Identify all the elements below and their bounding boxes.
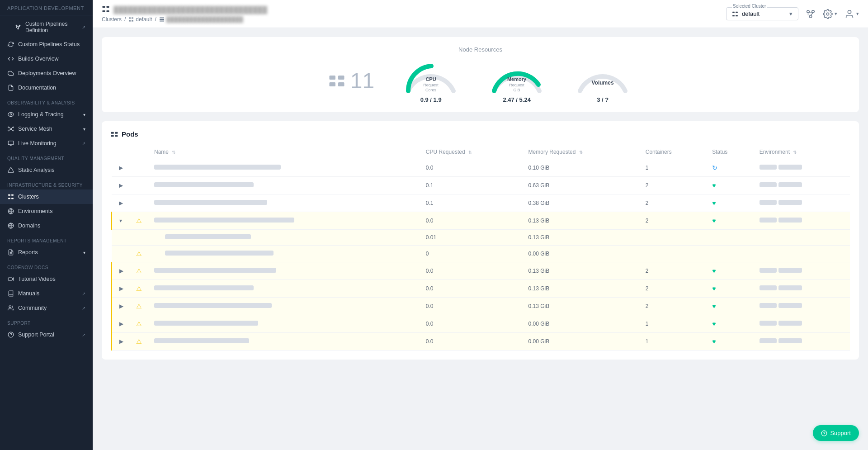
col-warning xyxy=(131,145,149,159)
video-icon xyxy=(7,275,14,283)
status-cell: ♥ xyxy=(707,212,754,230)
sidebar-item-reports[interactable]: Reports ▾ xyxy=(0,245,93,260)
breadcrumb-default[interactable]: default xyxy=(128,16,152,23)
expand-cell[interactable]: ▶ xyxy=(112,298,131,315)
settings-btn[interactable]: ▾ xyxy=(823,9,837,19)
col-memory[interactable]: Memory Requested ⇅ xyxy=(523,145,640,159)
sidebar-item-tutorial-videos[interactable]: Tutorial Videos xyxy=(0,272,93,286)
svg-rect-43 xyxy=(160,19,164,20)
svg-rect-71 xyxy=(115,135,118,137)
containers-cell: 1 xyxy=(640,315,707,333)
expand-button[interactable]: ▶ xyxy=(117,181,125,189)
status-cell: ♥ xyxy=(707,333,754,351)
sidebar-item-static-analysis[interactable]: Static Analysis xyxy=(0,163,93,177)
warning-icon: ⚠ xyxy=(136,217,142,224)
cloud-icon xyxy=(7,70,14,77)
report-icon xyxy=(7,249,14,256)
warning-cell: ⚠ xyxy=(131,298,149,315)
sidebar-item-label: Builds Overview xyxy=(18,56,59,62)
cluster-selector[interactable]: Selected Cluster default ▾ xyxy=(726,7,798,20)
expand-cell[interactable] xyxy=(112,246,131,262)
cpu-cell: 0.0 xyxy=(420,280,523,298)
svg-rect-41 xyxy=(132,20,133,22)
expand-button[interactable]: ▶ xyxy=(118,337,125,346)
table-row: ▶⚠0.00.00 GiB1♥ xyxy=(112,333,850,351)
svg-rect-38 xyxy=(129,18,131,19)
git-nav-btn[interactable] xyxy=(806,9,816,19)
main-content: ████████████████████████████████ Cluster… xyxy=(93,0,868,450)
col-environment[interactable]: Environment ⇅ xyxy=(754,145,850,159)
table-row: ▶⚠0.00.13 GiB2♥ xyxy=(112,262,850,280)
sidebar-item-custom-pipelines-def[interactable]: Custom PipelinesDefinition ↗ xyxy=(0,17,93,37)
svg-line-15 xyxy=(11,129,13,130)
expand-button[interactable]: ▶ xyxy=(118,267,125,275)
svg-text:CPU: CPU xyxy=(426,76,436,82)
status-cell: ♥ xyxy=(707,315,754,333)
svg-line-14 xyxy=(9,129,10,130)
expand-button[interactable]: ▶ xyxy=(118,320,125,328)
expand-cell[interactable]: ▶ xyxy=(112,194,131,212)
cluster-dropdown-icon: ▾ xyxy=(789,10,793,17)
sidebar-item-live-monitoring[interactable]: Live Monitoring ↗ xyxy=(0,136,93,151)
sidebar-item-clusters[interactable]: Clusters xyxy=(0,189,93,204)
sidebar-item-label: Reports xyxy=(18,249,38,256)
status-heart-icon: ♥ xyxy=(712,182,716,189)
sidebar-item-domains[interactable]: Domains xyxy=(0,218,93,233)
environment-cell xyxy=(754,212,850,230)
expand-cell[interactable]: ▶ xyxy=(112,262,131,280)
status-cell: ♥ xyxy=(707,298,754,315)
svg-rect-19 xyxy=(8,194,10,196)
svg-rect-45 xyxy=(732,11,735,13)
expand-cell[interactable]: ▾ xyxy=(112,212,131,230)
status-cell: ♥ xyxy=(707,177,754,194)
warning-cell: ⚠ xyxy=(131,262,149,280)
build-icon xyxy=(7,55,14,62)
reports-section-label: Reports Management xyxy=(0,233,93,245)
name-cell xyxy=(149,177,420,194)
sidebar-item-deployments-overview[interactable]: Deployments Overview xyxy=(0,66,93,81)
support-button[interactable]: Support xyxy=(813,425,859,441)
sidebar-item-service-mesh[interactable]: Service Mesh ▾ xyxy=(0,122,93,136)
sidebar-item-logging-tracing[interactable]: Logging & Tracing ▾ xyxy=(0,107,93,122)
breadcrumb-sub[interactable]: ████████████████████ xyxy=(159,16,243,23)
expand-cell[interactable] xyxy=(112,230,131,246)
expand-cell[interactable]: ▶ xyxy=(112,177,131,194)
svg-rect-22 xyxy=(11,198,14,199)
sidebar-item-support-portal[interactable]: Support Portal ↗ xyxy=(0,327,93,342)
expand-button[interactable]: ▶ xyxy=(118,284,125,293)
sidebar-item-builds-overview[interactable]: Builds Overview xyxy=(0,52,93,66)
memory-cell: 0.00 GiB xyxy=(523,333,640,351)
svg-rect-68 xyxy=(111,132,114,133)
sidebar-item-documentation[interactable]: Documentation xyxy=(0,81,93,95)
memory-cell: 0.38 GiB xyxy=(523,194,640,212)
title-text: ████████████████████████████████ xyxy=(113,6,267,14)
sidebar-item-manuals[interactable]: Manuals ↗ xyxy=(0,286,93,301)
status-heart-icon: ♥ xyxy=(712,199,716,207)
expand-cell[interactable]: ▶ xyxy=(112,280,131,298)
containers-cell: 2 xyxy=(640,280,707,298)
sidebar-item-environments[interactable]: Environments xyxy=(0,204,93,218)
sidebar: Application Development Custom Pipelines… xyxy=(0,0,93,450)
svg-text:Volumes: Volumes xyxy=(592,80,614,86)
breadcrumb-clusters[interactable]: Clusters xyxy=(102,16,122,23)
expand-cell[interactable]: ▶ xyxy=(112,333,131,351)
expand-cell[interactable]: ▶ xyxy=(112,315,131,333)
chevron-down-icon: ▾ xyxy=(83,112,85,117)
breadcrumb-sep2: / xyxy=(155,16,156,23)
col-cpu[interactable]: CPU Requested ⇅ xyxy=(420,145,523,159)
expand-button[interactable]: ▶ xyxy=(117,199,125,207)
sidebar-item-custom-pipelines-status[interactable]: Custom Pipelines Status xyxy=(0,37,93,52)
expand-button[interactable]: ▶ xyxy=(118,302,125,310)
expand-cell[interactable]: ▶ xyxy=(112,159,131,177)
sidebar-item-label: Static Analysis xyxy=(18,167,55,173)
expand-button[interactable]: ▾ xyxy=(118,217,124,225)
svg-rect-36 xyxy=(103,10,105,12)
user-btn[interactable]: ▾ xyxy=(844,9,859,19)
expand-button[interactable]: ▶ xyxy=(117,164,125,172)
breadcrumb-sep1: / xyxy=(124,16,126,23)
node-count: 11 xyxy=(329,68,374,93)
cpu-cell: 0.0 xyxy=(420,262,523,280)
svg-text:Memory: Memory xyxy=(507,76,527,82)
cpu-cell: 0.0 xyxy=(420,159,523,177)
sidebar-item-community[interactable]: Community ↗ xyxy=(0,301,93,315)
